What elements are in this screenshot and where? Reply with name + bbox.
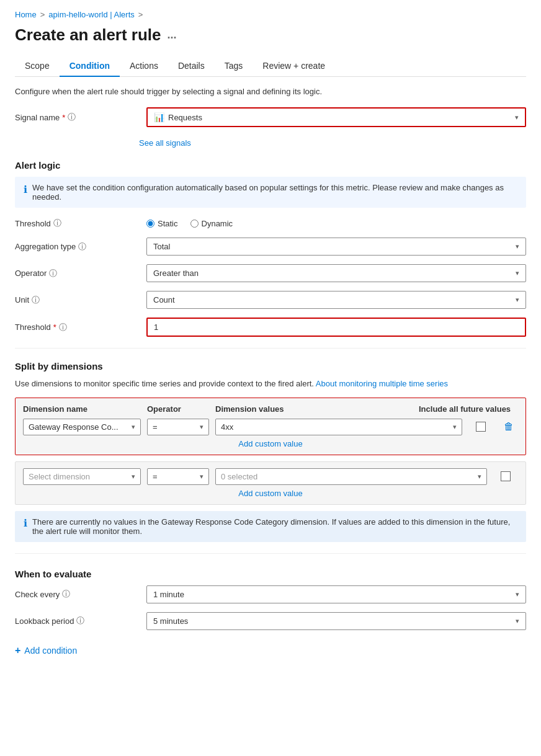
tab-bar: Scope Condition Actions Details Tags Rev… [15, 56, 526, 77]
threshold-type-row: Threshold ⓘ Static Dynamic [15, 218, 526, 229]
add-custom-value-2-wrap: Add custom value [23, 489, 518, 498]
lookback-period-select[interactable]: 5 minutes ▾ [146, 612, 526, 630]
dimensions-info-icon: ℹ [24, 517, 27, 529]
dimensions-info-banner: ℹ There are currently no values in the G… [15, 511, 526, 542]
check-every-select[interactable]: 1 minute ▾ [146, 585, 526, 603]
dim-col-val-header: Dimension values [215, 404, 413, 414]
see-all-signals-link[interactable]: See all signals [139, 138, 191, 148]
dim-row2-include-wrap [493, 471, 518, 481]
unit-select[interactable]: Count ▾ [146, 291, 526, 309]
static-radio[interactable] [146, 220, 154, 228]
check-every-info-icon[interactable]: ⓘ [62, 589, 70, 600]
tab-details[interactable]: Details [168, 56, 215, 77]
threshold-info-icon[interactable]: ⓘ [53, 218, 61, 229]
aggregation-info-icon[interactable]: ⓘ [78, 241, 86, 252]
aggregation-type-wrap: Total ▾ [146, 238, 526, 256]
threshold-value-info-icon[interactable]: ⓘ [59, 322, 67, 333]
threshold-input[interactable] [148, 319, 525, 336]
monitoring-link[interactable]: About monitoring multiple time series [316, 379, 448, 388]
operator-row: Operator ⓘ Greater than ▾ [15, 264, 526, 282]
breadcrumb-resource[interactable]: apim-hello-world | Alerts [48, 10, 134, 19]
dynamic-label: Dynamic [202, 219, 233, 228]
signal-required-star: * [62, 113, 65, 122]
dim-row2-val-chevron: ▾ [478, 473, 481, 481]
alert-logic-info-icon: ℹ [24, 184, 27, 195]
tab-tags[interactable]: Tags [215, 56, 253, 77]
check-every-wrap: 1 minute ▾ [146, 585, 526, 603]
threshold-input-wrap [146, 318, 526, 337]
add-custom-value-2-link[interactable]: Add custom value [23, 489, 518, 498]
dimensions-desc-text: Use dimensions to monitor specific time … [15, 379, 314, 388]
dim-row1-include-wrap [468, 422, 493, 432]
dim-row2-op-select[interactable]: = ▾ [147, 468, 209, 485]
tab-actions[interactable]: Actions [120, 56, 168, 77]
dimensions-row-1: Gateway Response Co... ▾ = ▾ 4xx ▾ [23, 419, 518, 435]
dim-col-inc-header: Include all future values [419, 404, 518, 414]
divider-2 [15, 553, 526, 554]
dim-row1-val-select[interactable]: 4xx ▾ [215, 419, 462, 435]
dimensions-header: Dimension name Operator Dimension values… [23, 404, 518, 414]
see-all-signals-wrap: See all signals [139, 136, 526, 148]
page-title: Create an alert rule [15, 25, 161, 45]
dim-row1-val-value: 4xx [221, 422, 233, 432]
alert-logic-banner-text: We have set the condition configuration … [32, 183, 517, 202]
dim-row1-delete-wrap: 🗑 [499, 421, 518, 432]
operator-chevron-icon: ▾ [516, 269, 519, 277]
static-radio-label[interactable]: Static [146, 219, 178, 228]
dim-row1-name-select[interactable]: Gateway Response Co... ▾ [23, 419, 141, 435]
lookback-period-row: Lookback period ⓘ 5 minutes ▾ [15, 612, 526, 630]
operator-select[interactable]: Greater than ▾ [146, 264, 526, 282]
dim-col-op-header: Operator [147, 404, 209, 414]
dim-row1-op-select[interactable]: = ▾ [147, 419, 209, 435]
check-every-row: Check every ⓘ 1 minute ▾ [15, 585, 526, 603]
threshold-value-label: Threshold * ⓘ [15, 322, 139, 333]
signal-name-row: Signal name * ⓘ 📊 Requests ▾ [15, 107, 526, 127]
unit-info-icon[interactable]: ⓘ [32, 295, 40, 306]
breadcrumb-sep2: > [138, 10, 143, 19]
signal-name-select[interactable]: 📊 Requests ▾ [148, 109, 525, 126]
lookback-period-label: Lookback period ⓘ [15, 615, 139, 626]
operator-info-icon[interactable]: ⓘ [49, 268, 57, 279]
tab-review-create[interactable]: Review + create [253, 56, 335, 77]
page-menu-button[interactable]: ... [168, 29, 177, 42]
dim-row2-name-wrap: Select dimension ▾ [23, 468, 141, 485]
dim-row1-include-checkbox[interactable] [476, 422, 486, 432]
dimensions-section: Split by dimensions Use dimensions to mo… [15, 361, 526, 542]
add-custom-value-1-wrap: Add custom value [23, 439, 518, 448]
dim-row2-val-wrap: 0 selected ▾ [215, 468, 487, 485]
signal-info-icon[interactable]: ⓘ [68, 112, 76, 123]
tab-scope[interactable]: Scope [15, 56, 60, 77]
dynamic-radio[interactable] [190, 220, 199, 228]
dim-row1-op-chevron: ▾ [200, 423, 203, 431]
add-custom-value-1-link[interactable]: Add custom value [23, 439, 518, 448]
unit-value: Count [153, 295, 175, 305]
dimensions-title: Split by dimensions [15, 361, 526, 371]
alert-logic-banner: ℹ We have set the condition configuratio… [15, 177, 526, 208]
dim-row2-val-placeholder: 0 selected [221, 472, 257, 481]
dim-row1-name-chevron: ▾ [132, 423, 135, 431]
dim-row2-val-select[interactable]: 0 selected ▾ [215, 468, 487, 485]
tab-condition[interactable]: Condition [60, 56, 120, 77]
dim-row1-op-value: = [153, 422, 158, 432]
dim-row1-delete-icon[interactable]: 🗑 [504, 421, 514, 432]
add-condition-button[interactable]: + Add condition [15, 645, 526, 656]
aggregation-type-select[interactable]: Total ▾ [146, 238, 526, 256]
check-every-value: 1 minute [153, 590, 184, 599]
breadcrumb-home[interactable]: Home [15, 10, 37, 19]
dimensions-row-2: Select dimension ▾ = ▾ 0 selected ▾ [23, 468, 518, 485]
signal-name-value: Requests [168, 113, 515, 122]
dim-row2-name-select[interactable]: Select dimension ▾ [23, 468, 141, 485]
dim-row2-include-checkbox[interactable] [501, 471, 511, 481]
aggregation-type-value: Total [153, 242, 170, 251]
dim-row2-wrap: Select dimension ▾ = ▾ 0 selected ▾ [15, 461, 526, 505]
signal-chevron-icon: ▾ [515, 113, 519, 122]
dim-row1-name-wrap: Gateway Response Co... ▾ [23, 419, 141, 435]
lookback-info-icon[interactable]: ⓘ [76, 615, 84, 626]
dim-row2-op-chevron: ▾ [200, 473, 203, 481]
dynamic-radio-label[interactable]: Dynamic [190, 219, 233, 228]
lookback-period-value: 5 minutes [153, 616, 188, 626]
unit-row: Unit ⓘ Count ▾ [15, 291, 526, 309]
lookback-period-wrap: 5 minutes ▾ [146, 612, 526, 630]
aggregation-chevron-icon: ▾ [516, 242, 519, 251]
section-description: Configure when the alert rule should tri… [15, 87, 526, 96]
